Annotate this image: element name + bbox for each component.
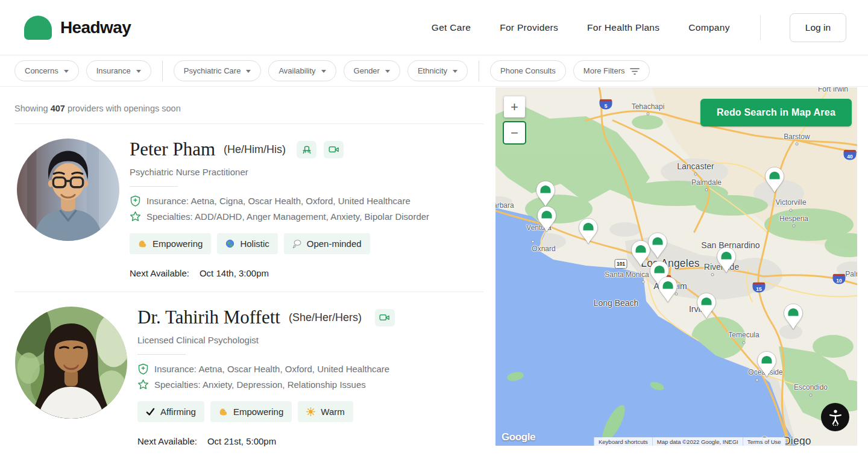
specialties-row: Specialties: ADD/ADHD, Anger Management,… xyxy=(130,211,429,222)
login-button[interactable]: Log in xyxy=(790,13,846,42)
specialties-label: Specialties: xyxy=(154,379,203,390)
map-attribution: Keyboard shortcuts Map data ©2022 Google… xyxy=(594,437,785,446)
video-camera-icon xyxy=(329,145,339,154)
filter-insurance[interactable]: Insurance xyxy=(86,60,151,81)
chevron-down-icon xyxy=(321,70,326,73)
top-nav: Get Care For Providers For Health Plans … xyxy=(432,13,846,42)
results-count: 407 xyxy=(51,104,65,113)
filter-ethnicity[interactable]: Ethnicity xyxy=(407,60,468,81)
provider-card-peter-pham[interactable]: Peter Pham (He/Him/His) xyxy=(14,124,483,278)
main-content: Showing 407 providers with openings soon xyxy=(0,87,868,468)
filter-label: Insurance xyxy=(96,66,131,75)
specialties-value: ADD/ADHD, Anger Management, Anxiety, Bip… xyxy=(195,211,429,222)
badge-warm: Warm xyxy=(298,401,353,422)
badge-label: Open-minded xyxy=(307,239,362,249)
provider-map-pin[interactable] xyxy=(782,303,804,333)
map-town-dot xyxy=(532,240,535,243)
provider-photo xyxy=(17,139,119,241)
badge-label: Empowering xyxy=(153,239,203,249)
provider-map-pin[interactable] xyxy=(657,276,679,306)
highway-shield-5: 5 xyxy=(600,99,612,110)
header: Headway Get Care For Providers For Healt… xyxy=(0,0,868,55)
accessibility-button[interactable] xyxy=(821,403,849,431)
filter-gender[interactable]: Gender xyxy=(344,60,400,81)
filter-label: Ethnicity xyxy=(418,66,447,75)
next-available-row: Next Available: Oct 21st, 5:00pm xyxy=(137,436,395,446)
provider-name[interactable]: Dr. Tahirih Moffett xyxy=(137,307,280,328)
badge-holistic: Holistic xyxy=(217,233,277,254)
provider-card-tahirih-moffett[interactable]: Dr. Tahirih Moffett (She/Her/Hers) Licen… xyxy=(14,292,483,446)
redo-search-button[interactable]: Redo Search in Map Area xyxy=(700,99,852,126)
map-town-dot xyxy=(790,209,793,212)
map-town-dot xyxy=(647,113,650,116)
provider-details: Peter Pham (He/Him/His) xyxy=(130,139,429,278)
insurance-label: Insurance: xyxy=(146,196,190,206)
specialties-star-icon xyxy=(137,379,149,390)
map-panel[interactable]: + − Redo Search in Map Area Google Keybo… xyxy=(495,87,857,446)
chevron-down-icon xyxy=(385,70,390,73)
card-divider xyxy=(137,354,186,355)
provider-details: Dr. Tahirih Moffett (She/Her/Hers) Licen… xyxy=(137,307,395,446)
filter-group-divider xyxy=(162,61,163,81)
map-town-dot xyxy=(793,225,796,228)
provider-map-pin[interactable] xyxy=(756,351,778,381)
nav-for-providers[interactable]: For Providers xyxy=(500,22,558,33)
filter-phone-consults[interactable]: Phone Consults xyxy=(490,60,566,81)
headway-logo[interactable]: Headway xyxy=(24,16,131,40)
highway-shield-10: 10 xyxy=(833,274,846,284)
headway-wordmark: Headway xyxy=(60,18,131,37)
headway-logo-icon xyxy=(24,16,52,40)
in-person-session-chip xyxy=(297,141,316,158)
provider-map-pin[interactable] xyxy=(536,205,558,236)
summary-prefix: Showing xyxy=(14,104,51,113)
personality-badges: Affirming Empowering xyxy=(137,401,395,422)
zoom-in-button[interactable]: + xyxy=(504,96,525,117)
provider-map-pin[interactable] xyxy=(715,246,737,276)
keyboard-shortcuts-link[interactable]: Keyboard shortcuts xyxy=(594,437,652,446)
filter-label: Psychiatric Care xyxy=(184,66,241,75)
video-session-chip xyxy=(324,141,344,158)
filter-psychiatric-care[interactable]: Psychiatric Care xyxy=(174,60,262,81)
provider-map-pin[interactable] xyxy=(647,232,668,262)
provider-name[interactable]: Peter Pham xyxy=(130,139,215,160)
nav-company[interactable]: Company xyxy=(688,22,729,33)
google-logo: Google xyxy=(502,431,535,443)
provider-list: Showing 407 providers with openings soon xyxy=(14,87,483,446)
nav-get-care[interactable]: Get Care xyxy=(432,22,471,33)
chevron-down-icon xyxy=(64,70,69,73)
provider-map-pin[interactable] xyxy=(764,166,785,196)
nav-divider xyxy=(760,15,761,40)
map-town-dot xyxy=(632,305,635,308)
provider-photo-illustration xyxy=(17,139,119,241)
globe-icon xyxy=(225,239,234,248)
terms-of-use-link[interactable]: Terms of Use xyxy=(743,437,785,446)
checkmark-icon xyxy=(146,407,155,416)
map-town-dot xyxy=(711,273,714,276)
provider-title: Licensed Clinical Psychologist xyxy=(137,335,395,345)
thought-bubble-icon xyxy=(292,239,301,248)
chevron-down-icon xyxy=(246,70,251,73)
provider-pronouns: (He/Him/His) xyxy=(224,143,286,156)
next-available-value: Oct 14th, 3:00pm xyxy=(200,268,269,278)
zoom-out-button[interactable]: − xyxy=(504,122,525,143)
badge-empowering: Empowering xyxy=(210,401,292,422)
next-available-value: Oct 21st, 5:00pm xyxy=(207,436,276,446)
insurance-shield-icon xyxy=(137,363,149,375)
filter-availability[interactable]: Availability xyxy=(268,60,336,81)
personality-badges: Empowering Holistic xyxy=(130,233,429,254)
badge-label: Affirming xyxy=(160,407,196,417)
filter-concerns[interactable]: Concerns xyxy=(14,60,79,81)
filter-lines-icon xyxy=(630,67,640,75)
chevron-down-icon xyxy=(136,70,141,73)
map-zoom-controls: + − xyxy=(504,96,525,143)
insurance-row: Insurance: Aetna, Cigna, Oscar Health, O… xyxy=(130,195,429,207)
insurance-value: Aetna, Oscar Health, Oxford, United Heal… xyxy=(198,364,389,374)
map-town-dot xyxy=(796,143,799,146)
video-session-chip xyxy=(375,309,395,326)
filter-label: Phone Consults xyxy=(500,66,556,75)
nav-for-health-plans[interactable]: For Health Plans xyxy=(587,22,659,33)
provider-map-pin[interactable] xyxy=(577,217,599,248)
filter-more-filters[interactable]: More Filters xyxy=(573,60,650,81)
next-available-row: Next Available: Oct 14th, 3:00pm xyxy=(130,268,429,278)
provider-map-pin[interactable] xyxy=(696,292,717,322)
